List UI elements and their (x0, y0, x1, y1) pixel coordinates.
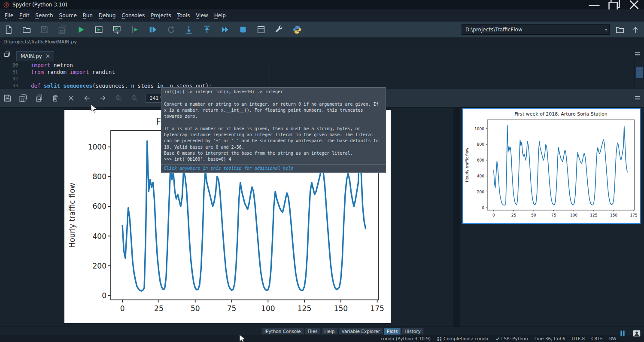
svg-text:1000: 1000 (474, 127, 484, 131)
tooltip-line (164, 119, 383, 125)
parent-directory-button[interactable] (630, 24, 641, 35)
new-file-button[interactable] (3, 24, 14, 35)
tab-close-icon[interactable] (46, 53, 50, 59)
svg-text:125: 125 (298, 304, 311, 313)
debug-button[interactable] (148, 24, 158, 35)
browse-directory-button[interactable] (615, 24, 625, 35)
tab-variable-explorer[interactable]: Variable Explorer (339, 328, 383, 335)
debug-continue-button[interactable] (166, 24, 176, 35)
tab-history[interactable]: History (401, 328, 423, 335)
plots-options-icon[interactable] (634, 95, 641, 104)
combo-dropdown-icon[interactable]: ▾ (605, 27, 607, 32)
menu-debug[interactable]: Debug (96, 11, 118, 20)
close-button[interactable] (624, 0, 644, 9)
zoom-in-button[interactable] (114, 93, 123, 103)
remove-plot-button[interactable] (50, 93, 60, 103)
editor-options-icon[interactable] (634, 51, 641, 60)
tooltip-line: 10. Valid bases are 0 and 2-36. (164, 144, 383, 150)
menu-file[interactable]: File (2, 11, 16, 20)
column-guide (270, 62, 270, 88)
previous-plot-button[interactable] (82, 93, 91, 103)
working-directory-combo[interactable]: D:\projects\TrafficFlow ▾ (462, 24, 610, 35)
code-line-31[interactable]: 31from random import randint (0, 69, 635, 76)
code-line-32[interactable]: 32 (0, 76, 635, 82)
menu-tools[interactable]: Tools (174, 11, 193, 20)
next-plot-button[interactable] (98, 93, 107, 103)
status-completions-group[interactable]: Completions: conda (437, 336, 488, 341)
menu-run[interactable]: Run (80, 11, 96, 20)
spyder-window: Spyder (Python 3.10) FileEditSearchSourc… (0, 0, 644, 342)
scrollbar-thumb[interactable] (636, 67, 643, 78)
menu-search[interactable]: Search (32, 11, 56, 20)
svg-text:200: 200 (477, 190, 484, 194)
pause-icon-button[interactable] (618, 329, 627, 338)
step-return-button[interactable] (202, 24, 212, 35)
plots-splitter[interactable] (453, 108, 460, 327)
plot-thumbnail[interactable]: 025507510012515017502004006008001000Firs… (462, 108, 641, 224)
svg-text:600: 600 (477, 158, 484, 162)
save-button[interactable] (39, 24, 50, 35)
svg-text:First week of 2018. Arturo Sor: First week of 2018. Arturo Soria Station (514, 111, 608, 117)
svg-text:175: 175 (370, 304, 384, 313)
browse-tabs-icon[interactable] (3, 51, 11, 60)
menu-help[interactable]: Help (211, 11, 229, 20)
tooltip-line: x is a number, return x.__int__(). For f… (164, 107, 383, 113)
restore-button[interactable] (605, 0, 624, 9)
bottom-tabs-group: IPython ConsoleFilesHelpVariable Explore… (261, 328, 424, 335)
status-interpreter[interactable]: conda (Python 3.10.9) (380, 336, 431, 341)
editor-pane: MAIN.py 30import netron31from random imp… (0, 46, 644, 88)
svg-text:400: 400 (93, 232, 106, 241)
calltip-tooltip[interactable]: int([x]) -> integer int(x, base=10) -> i… (161, 87, 386, 173)
svg-text:25: 25 (154, 304, 164, 313)
svg-text:100: 100 (570, 213, 577, 217)
run-cell-button[interactable] (94, 24, 104, 35)
zoom-out-button[interactable] (130, 93, 139, 103)
editor-tabbar: MAIN.py (0, 48, 644, 61)
run-selection-button[interactable] (130, 24, 140, 35)
save-all-plots-button[interactable] (18, 93, 28, 103)
menu-projects[interactable]: Projects (148, 11, 174, 20)
save-plot-button[interactable] (3, 93, 12, 103)
tab-help[interactable]: Help (322, 328, 338, 335)
remove-all-plots-button[interactable] (66, 93, 76, 103)
svg-text:0: 0 (120, 304, 125, 313)
svg-text:400: 400 (477, 174, 484, 178)
menu-source[interactable]: Source (56, 11, 80, 20)
tooltip-line (164, 95, 383, 101)
code-text (21, 76, 31, 82)
copy-plot-button[interactable] (34, 93, 44, 103)
bottom-tabbar: IPython ConsoleFilesHelpVariable Explore… (0, 327, 644, 335)
open-file-button[interactable] (21, 24, 32, 35)
tab-plots[interactable]: Plots (384, 328, 401, 335)
tooltip-footer[interactable]: Click anywhere in this tooltip for addit… (161, 164, 386, 172)
code-editor[interactable]: 30import netron31from random import rand… (0, 62, 635, 88)
image-panel-icon-button[interactable] (632, 329, 641, 338)
plots-thumbnails-panel: 025507510012515017502004006008001000Firs… (460, 108, 644, 327)
preferences-button[interactable] (274, 24, 284, 35)
tab-files[interactable]: Files (305, 328, 321, 335)
tab-ipython-console[interactable]: IPython Console (261, 328, 304, 335)
svg-text:0: 0 (492, 213, 495, 217)
run-button[interactable] (76, 24, 86, 35)
menu-view[interactable]: View (193, 11, 211, 20)
save-all-button[interactable] (58, 24, 68, 35)
python-env-button[interactable] (292, 24, 302, 35)
svg-text:125: 125 (590, 213, 597, 217)
status-lsp-group[interactable]: LSP: Python (495, 336, 528, 341)
run-cell-advance-button[interactable] (112, 24, 122, 35)
fast-forward-button[interactable] (220, 24, 230, 35)
working-directory-value: D:\projects\TrafficFlow (465, 27, 522, 33)
svg-text:75: 75 (551, 213, 556, 217)
menu-edit[interactable]: Edit (16, 11, 32, 20)
editor-tab-mainpy[interactable]: MAIN.py (16, 51, 54, 61)
maximize-pane-button[interactable] (256, 24, 266, 35)
code-line-30[interactable]: 30import netron (0, 62, 635, 69)
menu-consoles[interactable]: Consoles (118, 11, 148, 20)
tooltip-line: Base 0 means to interpret the base from … (164, 150, 383, 156)
line-number: 33 (0, 82, 21, 88)
minimize-button[interactable] (585, 0, 605, 9)
editor-scrollbar[interactable] (635, 59, 644, 88)
step-into-button[interactable] (184, 24, 194, 35)
tooltip-line: bytearray instance representing an integ… (164, 132, 383, 138)
stop-button[interactable] (238, 24, 248, 35)
